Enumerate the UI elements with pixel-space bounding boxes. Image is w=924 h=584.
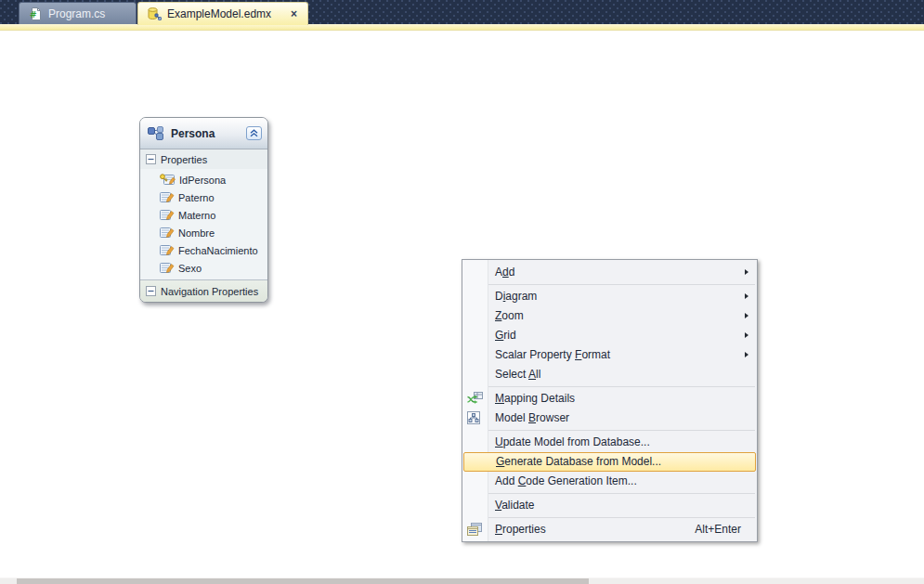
tab-label: ExampleModel.edmx	[167, 7, 271, 20]
svg-text:#: #	[30, 10, 37, 19]
menu-item-label: Add Code Generation Item...	[495, 474, 637, 487]
scalar-property-icon	[160, 262, 175, 274]
entity-header[interactable]: Persona	[140, 118, 267, 149]
active-tab-accent-band	[0, 24, 924, 31]
tab-examplemodel-edmx[interactable]: ExampleModel.edmx×	[137, 2, 308, 25]
property-label: Materno	[178, 210, 215, 221]
tab-program-cs[interactable]: #Program.cs	[19, 2, 137, 24]
menu-item-mapping-details[interactable]: Mapping Details	[462, 389, 757, 409]
expander-minus-icon	[146, 286, 156, 296]
csharp-file-icon: #	[28, 6, 43, 21]
section-navigation-properties[interactable]: Navigation Properties	[140, 279, 267, 302]
menu-item-label: Mapping Details	[495, 392, 575, 405]
context-menu: AddDiagramZoomGridScalar Property Format…	[462, 259, 758, 542]
menu-item-label: Select All	[495, 368, 540, 381]
property-label: IdPersona	[179, 175, 226, 186]
horizontal-scrollbar[interactable]	[0, 578, 924, 584]
menu-item-update-model-from-database[interactable]: Update Model from Database...	[462, 433, 757, 452]
submenu-arrow-icon	[745, 313, 748, 318]
property-row-sexo[interactable]: Sexo	[140, 259, 267, 277]
properties-window-icon	[467, 523, 482, 536]
menu-item-label: Update Model from Database...	[495, 435, 650, 448]
scalar-property-icon	[160, 191, 175, 203]
entity-title: Persona	[171, 127, 215, 140]
property-label: Nombre	[178, 227, 215, 239]
key-property-icon	[160, 174, 176, 186]
property-label: FechaNacimiento	[178, 245, 258, 256]
tab-label: Program.cs	[48, 7, 105, 20]
menu-item-label: Diagram	[495, 290, 537, 303]
menu-separator	[488, 493, 755, 494]
model-browser-icon	[467, 411, 480, 424]
menu-item-zoom[interactable]: Zoom	[462, 306, 757, 326]
menu-item-validate[interactable]: Validate	[462, 496, 757, 515]
scalar-property-icon	[160, 244, 175, 256]
property-row-nombre[interactable]: Nombre	[140, 224, 267, 241]
submenu-arrow-icon	[745, 332, 748, 338]
menu-item-model-browser[interactable]: Model Browser	[462, 409, 757, 428]
submenu-arrow-icon	[745, 293, 748, 299]
mapping-details-icon	[467, 392, 483, 406]
submenu-arrow-icon	[745, 352, 748, 357]
section-label: Properties	[161, 154, 207, 165]
menu-separator	[488, 386, 755, 387]
menu-item-generate-database-from-model[interactable]: Generate Database from Model...	[463, 452, 756, 472]
scalar-property-icon	[160, 227, 175, 239]
property-row-fechanacimiento[interactable]: FechaNacimiento	[140, 241, 267, 259]
menu-item-label: Grid	[495, 329, 516, 342]
property-row-idpersona[interactable]: IdPersona	[140, 171, 267, 188]
menu-item-scalar-property-format[interactable]: Scalar Property Format	[462, 345, 757, 365]
menu-item-shortcut: Alt+Enter	[695, 520, 741, 539]
collapse-button[interactable]	[246, 126, 262, 140]
menu-separator	[488, 517, 755, 518]
section-properties[interactable]: Properties	[140, 149, 267, 169]
property-row-materno[interactable]: Materno	[140, 206, 267, 224]
menu-item-properties[interactable]: PropertiesAlt+Enter	[462, 520, 757, 539]
close-icon[interactable]: ×	[289, 8, 299, 19]
section-label: Navigation Properties	[161, 286, 258, 297]
menu-item-label: Validate	[495, 499, 535, 512]
entity-persona[interactable]: Persona PropertiesIdPersonaPaternoMatern…	[139, 117, 268, 303]
menu-item-diagram[interactable]: Diagram	[462, 287, 757, 306]
property-list: IdPersonaPaternoMaternoNombreFechaNacimi…	[140, 169, 267, 279]
property-row-paterno[interactable]: Paterno	[140, 188, 267, 206]
menu-item-label: Scalar Property Format	[495, 348, 610, 361]
menu-item-add[interactable]: Add	[462, 263, 757, 282]
menu-item-label: Generate Database from Model...	[496, 455, 661, 468]
menu-item-grid[interactable]: Grid	[462, 326, 757, 345]
edmx-model-icon	[147, 6, 162, 21]
scalar-property-icon	[160, 209, 175, 221]
submenu-arrow-icon	[745, 269, 748, 275]
expander-minus-icon	[146, 154, 156, 164]
collapse-chevron-icon	[250, 129, 258, 137]
menu-item-label: Add	[495, 266, 514, 279]
menu-item-label: Model Browser	[495, 411, 569, 424]
property-label: Paterno	[178, 192, 215, 203]
menu-separator	[488, 284, 755, 285]
menu-item-label: Zoom	[495, 309, 524, 322]
menu-item-label: Properties	[495, 523, 546, 536]
horizontal-scrollbar-thumb[interactable]	[17, 578, 589, 584]
entity-icon	[148, 126, 164, 140]
property-label: Sexo	[178, 263, 202, 274]
menu-item-add-code-generation-item[interactable]: Add Code Generation Item...	[462, 472, 757, 491]
menu-item-select-all[interactable]: Select All	[462, 365, 757, 384]
menu-separator	[488, 430, 755, 431]
